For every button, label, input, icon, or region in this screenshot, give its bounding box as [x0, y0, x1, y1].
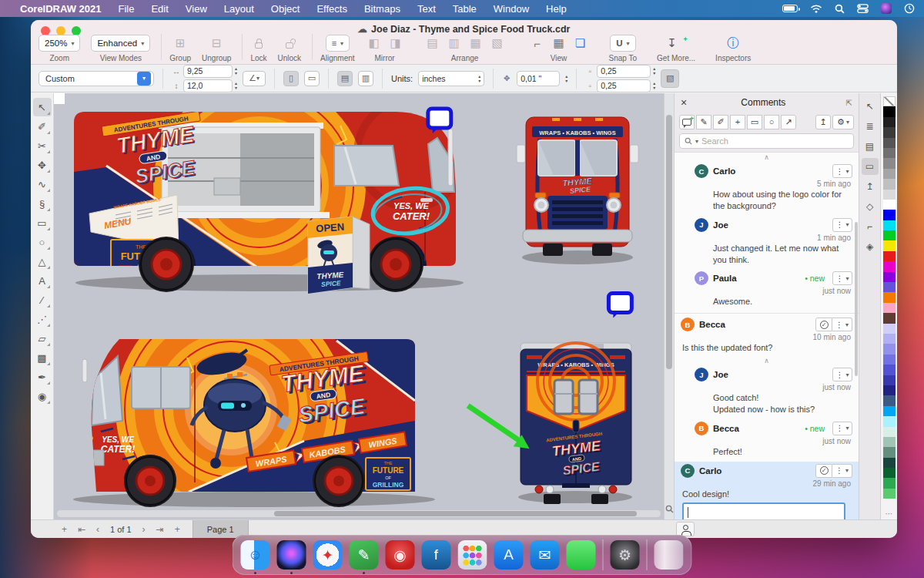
stepper-icon[interactable]: ▴▾	[653, 66, 655, 76]
treat-as-filled-toggle[interactable]: ▧	[661, 69, 679, 88]
mirror-vertical-icon[interactable]: ◨	[387, 36, 404, 50]
tool-rectangle[interactable]: ▭	[33, 213, 52, 232]
dock-system-preferences-icon[interactable]: ⚙	[611, 540, 640, 570]
menubar-item[interactable]: Window	[494, 3, 529, 15]
dock-appstore-icon[interactable]: A	[494, 540, 524, 570]
comment-item[interactable]: J Joe ⋮▾ 1 min ago Just changed it. Let …	[679, 216, 854, 270]
add-page-button[interactable]: +	[62, 524, 67, 535]
comment-marker[interactable]	[608, 294, 631, 318]
inspectors-button[interactable]: ⓘ Inspectors	[715, 34, 751, 62]
menubar-item[interactable]: Edit	[151, 3, 168, 15]
dock-mail-icon[interactable]: ✉	[531, 540, 560, 570]
menubar-item[interactable]: Effects	[316, 3, 347, 15]
close-icon[interactable]: ×	[681, 96, 693, 109]
comment-menu-button[interactable]: ⋮▾	[832, 218, 852, 232]
duplicate-y-field[interactable]: 0,25	[597, 79, 651, 92]
menubar-item[interactable]: Layout	[224, 3, 254, 15]
comment-item[interactable]: B Becca ✓ ⋮▾ 10 min ago Is this the upda…	[679, 315, 854, 358]
page-border-icon[interactable]: ❏	[572, 36, 589, 50]
text-annotation-button[interactable]: +	[730, 115, 745, 129]
resolve-comment-button[interactable]: ✓	[815, 464, 832, 478]
color-swatch[interactable]	[883, 344, 896, 354]
page-preset-dropdown[interactable]: Custom▾	[38, 71, 154, 86]
comment-item[interactable]: C Carlo ⋮▾ 5 min ago How about using the…	[679, 162, 854, 216]
pin-icon[interactable]: ⇱	[846, 99, 852, 107]
lock-button[interactable]: Lock	[250, 34, 266, 62]
vertical-scrollbar[interactable]	[664, 93, 674, 519]
color-swatch[interactable]	[883, 292, 896, 302]
tool-interactive-fill[interactable]: ◉	[33, 387, 52, 405]
new-comment-button[interactable]: +	[679, 115, 695, 129]
color-swatch[interactable]	[883, 427, 896, 437]
portrait-toggle[interactable]: ▯	[283, 71, 299, 86]
comment-item[interactable]: J Joe ⋮▾ just now Good catch! Updated no…	[679, 365, 854, 419]
color-swatch[interactable]	[883, 272, 896, 282]
scrollbar-thumb[interactable]	[855, 222, 858, 376]
color-swatch[interactable]	[883, 190, 896, 200]
stepper-icon[interactable]: ▴▾	[565, 74, 567, 83]
tool-pattern[interactable]: ▩	[33, 348, 52, 367]
color-swatch[interactable]	[883, 230, 896, 240]
color-swatch[interactable]	[883, 395, 896, 405]
tool-line[interactable]: ∕	[33, 291, 52, 309]
dock-font-manager-icon[interactable]: f	[422, 540, 451, 570]
highlight-ellipse-annotation[interactable]	[370, 184, 450, 237]
thread-collapse-icon[interactable]: ∧	[679, 358, 854, 365]
color-swatch[interactable]	[883, 478, 896, 488]
menubar-item[interactable]: Table	[453, 3, 477, 15]
dock-divider[interactable]	[647, 539, 648, 570]
color-swatch[interactable]	[883, 375, 896, 385]
comments-icon[interactable]: ▭	[862, 158, 879, 175]
control-center-icon[interactable]	[857, 4, 869, 13]
zoom-level-dropdown[interactable]: 250%▾	[38, 35, 80, 52]
comment-menu-button[interactable]: ⋮▾	[832, 464, 852, 478]
page-width-field[interactable]: 9,25	[183, 65, 233, 78]
color-swatch[interactable]	[883, 158, 896, 168]
color-swatch[interactable]	[883, 138, 896, 148]
color-swatch[interactable]	[883, 334, 896, 344]
previous-page-button[interactable]: ‹	[96, 524, 99, 535]
color-styles-icon[interactable]: ◇	[862, 198, 879, 215]
to-back-icon[interactable]: ▥	[446, 36, 463, 50]
dock-safari-icon[interactable]: ✦	[313, 540, 343, 570]
no-color-swatch[interactable]	[883, 96, 896, 106]
color-swatch[interactable]	[883, 220, 896, 230]
color-swatch[interactable]	[883, 261, 896, 271]
color-swatch[interactable]	[883, 437, 896, 447]
tool-curve[interactable]: §	[33, 194, 52, 213]
angle-dropdown[interactable]: ∠▾	[243, 71, 266, 86]
page-height-field[interactable]: 12,0	[183, 79, 233, 92]
color-swatch[interactable]	[883, 324, 896, 334]
tool-shape[interactable]: ✐	[33, 117, 52, 136]
last-page-button[interactable]: ⇥	[156, 524, 164, 535]
assistant-app-icon[interactable]	[881, 3, 892, 14]
resolve-comment-button[interactable]: ✓	[815, 318, 832, 331]
battery-icon[interactable]	[782, 5, 798, 12]
forward-one-icon[interactable]: ▦	[467, 36, 484, 50]
thread-collapse-icon[interactable]: ∧	[679, 154, 854, 162]
comment-menu-button[interactable]: ⋮▾	[832, 271, 852, 285]
zoom-corner-icon[interactable]	[665, 502, 674, 516]
dock-siri-icon[interactable]	[277, 540, 306, 570]
comment-marker[interactable]	[428, 109, 451, 133]
horizontal-scrollbar[interactable]	[57, 510, 661, 517]
ungroup-button[interactable]: ⊟ Ungroup	[202, 34, 231, 62]
alignment-dropdown[interactable]: ≡▾	[326, 35, 350, 52]
stepper-icon[interactable]: ▴▾	[653, 81, 655, 90]
color-swatch[interactable]	[883, 200, 896, 210]
tool-polygon[interactable]: △	[33, 252, 52, 271]
pen-annotation-button[interactable]: ✎	[696, 115, 711, 129]
dock-photo-paint-icon[interactable]: ◉	[386, 540, 415, 570]
grid-icon[interactable]: ▦	[551, 36, 567, 50]
color-swatch[interactable]	[883, 385, 896, 395]
color-swatch[interactable]	[883, 117, 896, 127]
color-swatch[interactable]	[883, 313, 896, 323]
dock-divider[interactable]	[603, 539, 604, 570]
drawing-canvas[interactable]: YES, WE CATER! ADVENTURES THROUGH THYME …	[54, 93, 664, 519]
comment-menu-button[interactable]: ⋮▾	[832, 422, 852, 435]
color-swatch[interactable]	[883, 416, 896, 426]
units-dropdown[interactable]: inches▴▾	[418, 71, 484, 86]
tool-connector[interactable]: ⋰	[33, 310, 52, 328]
spotlight-search-icon[interactable]	[835, 4, 845, 14]
menubar-item[interactable]: Object	[271, 3, 300, 15]
